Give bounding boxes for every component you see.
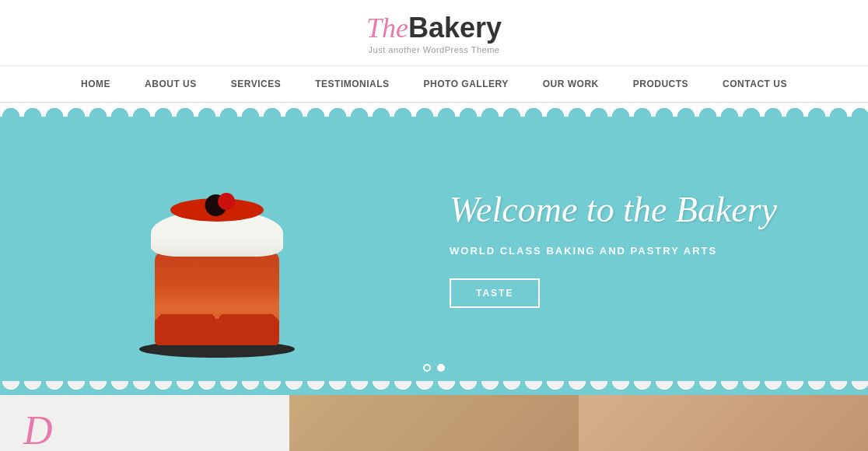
- hero-subtitle: WORLD CLASS BAKING AND PASTRY ARTS: [450, 245, 829, 257]
- nav-item-our-work[interactable]: OUR WORK: [526, 66, 616, 102]
- site-tagline: Just another WordPress Theme: [0, 45, 868, 54]
- nav-link-home[interactable]: HOME: [64, 66, 128, 102]
- main-navigation: HOME ABOUT US SERVICES TESTIMONIALS PHOT…: [0, 66, 868, 103]
- nav-item-contact-us[interactable]: CONTACT US: [705, 66, 804, 102]
- slider-dots: [423, 364, 445, 372]
- below-fold-left: D: [0, 395, 289, 451]
- nav-link-products[interactable]: PRODUCTS: [616, 66, 705, 102]
- slider-dot-1[interactable]: [423, 364, 431, 372]
- hero-taste-button[interactable]: TASTE: [450, 278, 540, 308]
- nav-link-contact-us[interactable]: CONTACT US: [705, 66, 804, 102]
- nav-link-testimonials[interactable]: TESTIMONIALS: [298, 66, 406, 102]
- logo-the: The: [366, 12, 408, 44]
- cake-berry-red: [218, 193, 235, 210]
- hero-section: Welcome to the Bakery WORLD CLASS BAKING…: [0, 117, 868, 381]
- nav-list: HOME ABOUT US SERVICES TESTIMONIALS PHOT…: [0, 66, 868, 102]
- hero-welcome-heading: Welcome to the Bakery: [450, 190, 829, 231]
- cake-illustration: [124, 179, 310, 365]
- hero-image-area: [0, 117, 434, 381]
- nav-link-about-us[interactable]: ABOUT US: [128, 66, 214, 102]
- cake-body: [155, 252, 279, 345]
- nav-item-testimonials[interactable]: TESTIMONIALS: [298, 66, 406, 102]
- nav-item-home[interactable]: HOME: [64, 66, 128, 102]
- nav-item-services[interactable]: SERVICES: [214, 66, 298, 102]
- nav-link-photo-gallery[interactable]: PHOTO GALLERY: [407, 66, 526, 102]
- scallop-border-top: [0, 103, 868, 117]
- site-header: TheBakery Just another WordPress Theme: [0, 0, 868, 66]
- decorative-letter: D: [23, 411, 266, 451]
- scallop-border-bottom: [0, 381, 868, 395]
- slider-dot-2[interactable]: [437, 364, 445, 372]
- nav-item-products[interactable]: PRODUCTS: [616, 66, 705, 102]
- nav-item-photo-gallery[interactable]: PHOTO GALLERY: [407, 66, 526, 102]
- below-fold-section: D: [0, 395, 868, 451]
- nav-link-our-work[interactable]: OUR WORK: [526, 66, 616, 102]
- site-logo: TheBakery: [0, 14, 868, 42]
- nav-item-about-us[interactable]: ABOUT US: [128, 66, 214, 102]
- below-fold-right-image: [579, 395, 868, 451]
- hero-text-area: Welcome to the Bakery WORLD CLASS BAKING…: [434, 166, 868, 331]
- below-fold-center-image: [289, 395, 579, 451]
- logo-bakery: Bakery: [408, 12, 502, 44]
- nav-link-services[interactable]: SERVICES: [214, 66, 298, 102]
